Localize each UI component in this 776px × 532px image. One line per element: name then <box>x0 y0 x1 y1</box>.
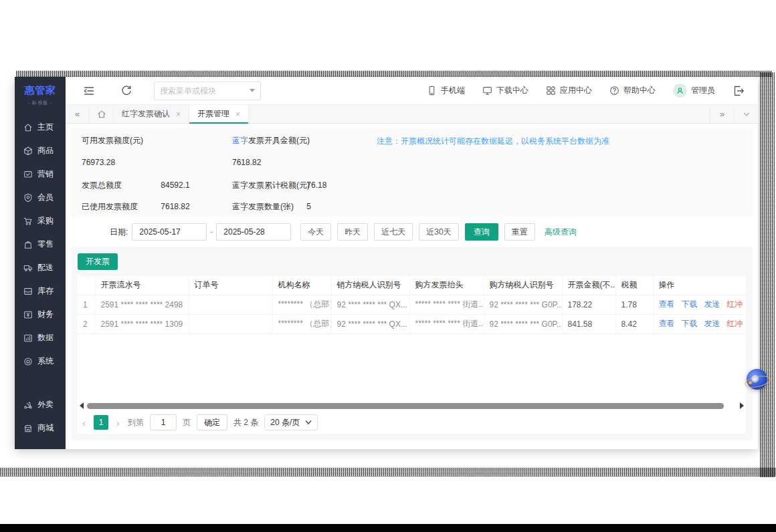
quick-yesterday-button[interactable]: 昨天 <box>337 223 368 241</box>
sidebar-item-retail[interactable]: 零售 <box>15 233 66 256</box>
total-count-label: 共 2 条 <box>233 417 258 428</box>
page-number-active[interactable]: 1 <box>94 415 108 430</box>
tabs-scroll-left-button[interactable]: « <box>66 105 90 123</box>
cell-order <box>189 314 272 334</box>
tabs-dropdown-button[interactable] <box>734 105 758 123</box>
download-link[interactable]: 下载 <box>682 299 698 309</box>
app-center-link[interactable]: 应用中心 <box>546 85 592 96</box>
date-from-input[interactable] <box>132 223 207 241</box>
sidebar-menu: 主页 商品 营销 会员 采购 零售 <box>15 116 66 440</box>
cell-buyer-tax: 92 **** **** *** G0P... <box>484 295 562 314</box>
sidebar-item-home[interactable]: 主页 <box>15 116 66 139</box>
cell-serial: 2591 **** **** **** 1309 <box>95 314 189 334</box>
admin-user-menu[interactable]: 管理员 <box>673 84 715 98</box>
collapse-menu-button[interactable] <box>80 82 98 100</box>
refresh-button[interactable] <box>118 82 135 100</box>
cell-actions: 查看下载发送红冲 <box>653 295 746 314</box>
finance-icon <box>23 310 33 319</box>
quick-7days-button[interactable]: 近七天 <box>374 223 413 241</box>
cell-buyer-title: ***** **** **** 街道... <box>409 314 484 334</box>
logo-text: 惠管家 <box>15 84 66 97</box>
sidebar-item-label: 配送 <box>37 262 54 273</box>
logo: 惠管家 - 标准版 - <box>15 77 66 112</box>
red-reverse-link[interactable]: 红冲 <box>727 299 743 309</box>
sidebar-item-mall[interactable]: 商城 <box>15 416 66 440</box>
question-circle-icon <box>609 86 619 96</box>
cell-order <box>189 295 272 314</box>
search-button[interactable]: 查询 <box>465 223 498 241</box>
sidebar: 惠管家 - 标准版 - 主页 商品 营销 会员 采购 <box>15 77 66 449</box>
help-center-link[interactable]: 帮助中心 <box>609 85 656 96</box>
page-size-select[interactable]: 20 条/页 <box>264 414 318 430</box>
topbar-link-label: 手机端 <box>441 85 465 96</box>
download-link[interactable]: 下载 <box>682 319 698 328</box>
stat-value: 5 <box>306 202 311 211</box>
goto-page-input[interactable] <box>150 414 177 430</box>
sidebar-item-finance[interactable]: 财务 <box>15 303 66 326</box>
home-icon <box>97 110 106 119</box>
sidebar-item-takeout[interactable]: 外卖 <box>15 393 66 416</box>
noise-border-top <box>16 71 772 77</box>
view-link[interactable]: 查看 <box>659 299 675 309</box>
invoice-table-card: 开票流水号 订单号 机构名称 销方纳税人识别号 购方发票抬头 购方纳税人识别号 … <box>78 276 746 434</box>
stat-value: 76973.28 <box>82 158 115 167</box>
sidebar-item-marketing[interactable]: 营销 <box>15 162 66 186</box>
floating-assistant-button[interactable] <box>747 369 767 390</box>
send-link[interactable]: 发送 <box>704 319 720 328</box>
sidebar-item-inventory[interactable]: 库存 <box>15 279 66 303</box>
collapse-menu-icon <box>83 85 95 97</box>
advanced-search-link[interactable]: 高级查询 <box>545 227 577 238</box>
sidebar-item-purchasing[interactable]: 采购 <box>15 209 66 233</box>
scroll-right-arrow-icon[interactable] <box>740 402 744 409</box>
home-tab-button[interactable] <box>90 105 114 123</box>
next-page-button[interactable]: › <box>114 417 122 428</box>
tab-close-icon[interactable]: × <box>235 110 240 119</box>
scroll-left-arrow-icon[interactable] <box>80 402 84 409</box>
date-to-input[interactable] <box>216 223 291 241</box>
reset-button[interactable]: 重置 <box>504 223 535 241</box>
row-index: 2 <box>78 314 95 334</box>
goto-label: 到第 <box>128 417 144 428</box>
search-input[interactable] <box>160 86 250 96</box>
sidebar-item-system[interactable]: 系统 <box>15 350 66 373</box>
stat-title: 可用发票额度(元) <box>82 136 143 145</box>
tab-red-invoice-confirm[interactable]: 红字发票确认 × <box>114 105 189 123</box>
stat-value: 76.18 <box>306 180 326 190</box>
goto-confirm-button[interactable]: 确定 <box>197 414 227 430</box>
sidebar-item-products[interactable]: 商品 <box>15 139 66 162</box>
stat-title-rest: 发票开具金额(元) <box>248 136 310 145</box>
module-search[interactable] <box>154 82 261 100</box>
sidebar-item-members[interactable]: 会员 <box>15 186 66 209</box>
create-invoice-button[interactable]: 开发票 <box>78 253 118 270</box>
view-link[interactable]: 查看 <box>659 319 675 328</box>
stat-label: 蓝字发票累计税额(元) <box>232 180 304 190</box>
scrollbar-track[interactable] <box>87 403 737 409</box>
date-label: 日期: <box>110 227 128 238</box>
mobile-app-link[interactable]: 手机端 <box>427 85 465 96</box>
col-buyer-title: 购方发票抬头 <box>409 276 484 295</box>
quick-today-button[interactable]: 今天 <box>300 223 331 241</box>
assistant-orbit-dot <box>749 381 752 384</box>
download-center-link[interactable]: 下载中心 <box>482 85 528 96</box>
chevron-down-icon <box>250 89 255 92</box>
truck-icon <box>23 263 33 273</box>
sidebar-item-label: 商品 <box>37 145 54 156</box>
delay-notice: 注意：开票概况统计可能存在数据延迟，以税务系统平台数据为准 <box>377 136 609 147</box>
prev-page-button[interactable]: ‹ <box>80 417 88 428</box>
col-tax: 税额 <box>615 276 653 295</box>
scrollbar-thumb[interactable] <box>87 403 724 409</box>
tabs-scroll-right-button[interactable]: » <box>710 105 734 123</box>
page-unit-label: 页 <box>183 417 191 428</box>
app-grid-icon <box>546 86 556 96</box>
red-reverse-link[interactable]: 红冲 <box>727 319 743 328</box>
tab-invoice-management[interactable]: 开票管理 × <box>189 105 249 123</box>
chevron-down-icon <box>742 110 751 119</box>
send-link[interactable]: 发送 <box>704 299 720 309</box>
quick-30days-button[interactable]: 近30天 <box>419 223 458 241</box>
sidebar-item-data[interactable]: 数据 <box>15 326 66 350</box>
invoice-stats-panel: 可用发票额度(元) 76973.28 发票总额度 84592.1 已使用发票额度… <box>71 128 753 217</box>
bottom-black-bar <box>0 524 776 532</box>
logout-button[interactable] <box>730 82 747 100</box>
tab-close-icon[interactable]: × <box>176 110 181 119</box>
sidebar-item-delivery[interactable]: 配送 <box>15 256 66 279</box>
